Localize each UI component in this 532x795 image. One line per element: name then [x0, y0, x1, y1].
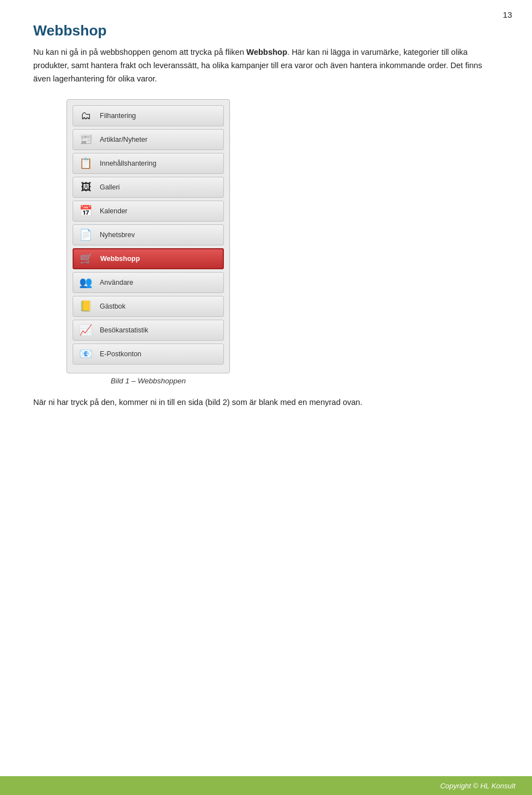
newspaper-icon: 📰	[76, 131, 95, 148]
menu-screenshot: 🗂Filhantering📰Artiklar/Nyheter📋Innehålls…	[66, 99, 230, 373]
nav-label-filhantering: Filhantering	[100, 112, 136, 120]
nav-label-webbshopp: Webbshopp	[100, 255, 140, 263]
body-text: När ni har tryck på den, kommer ni in ti…	[33, 396, 488, 409]
email-icon: 📧	[76, 346, 95, 362]
folder-icon: 🗂	[76, 107, 95, 124]
nav-label-artiklar: Artiklar/Nyheter	[100, 136, 147, 143]
footer: Copyright © HL Konsult	[0, 776, 532, 795]
image-caption: Bild 1 – Webbshoppen	[66, 377, 230, 385]
chart-icon: 📈	[76, 322, 95, 338]
nav-item-nyhetsbrev[interactable]: 📄Nyhetsbrev	[73, 224, 224, 245]
nav-label-innehall: Innehållshantering	[100, 160, 156, 167]
cart-icon: 🛒	[77, 250, 96, 267]
document-icon: 📋	[76, 155, 95, 172]
copyright-text: Copyright © HL Konsult	[440, 782, 515, 790]
newsletter-icon: 📄	[76, 227, 95, 243]
nav-item-gastbok[interactable]: 📒Gästbok	[73, 296, 224, 317]
calendar-icon: 📅	[76, 203, 95, 219]
gallery-icon: 🖼	[76, 179, 95, 196]
nav-label-kalender: Kalender	[100, 207, 127, 215]
nav-item-filhantering[interactable]: 🗂Filhantering	[73, 105, 224, 126]
page-number: 13	[503, 10, 512, 19]
nav-label-besokarstatistik: Besökarstatistik	[100, 326, 149, 334]
intro-paragraph: Nu kan ni gå in på webbshoppen genom att…	[33, 46, 488, 86]
nav-item-anvandare[interactable]: 👥Användare	[73, 272, 224, 293]
nav-label-anvandare: Användare	[100, 279, 133, 286]
page-title: Webbshop	[33, 22, 499, 39]
nav-item-epostkonton[interactable]: 📧E-Postkonton	[73, 343, 224, 365]
nav-item-galleri[interactable]: 🖼Galleri	[73, 177, 224, 198]
nav-label-epostkonton: E-Postkonton	[100, 350, 141, 358]
nav-item-besokarstatistik[interactable]: 📈Besökarstatistik	[73, 320, 224, 341]
nav-label-gastbok: Gästbok	[100, 302, 126, 310]
nav-item-webbshopp[interactable]: 🛒Webbshopp	[73, 248, 224, 269]
nav-item-innehall[interactable]: 📋Innehållshantering	[73, 153, 224, 174]
nav-item-artiklar[interactable]: 📰Artiklar/Nyheter	[73, 129, 224, 150]
users-icon: 👥	[76, 274, 95, 291]
nav-item-kalender[interactable]: 📅Kalender	[73, 201, 224, 222]
book-icon: 📒	[76, 298, 95, 315]
nav-label-galleri: Galleri	[100, 183, 120, 191]
nav-label-nyhetsbrev: Nyhetsbrev	[100, 231, 135, 239]
